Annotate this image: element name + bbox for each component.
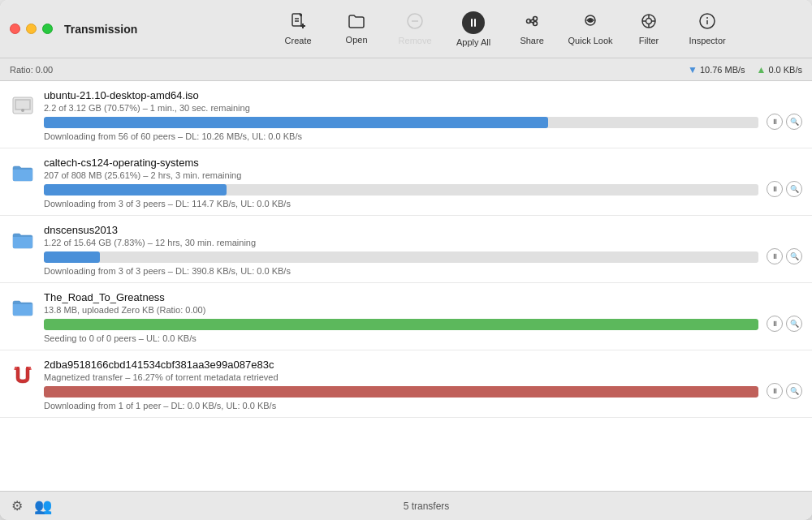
progress-bar-container bbox=[44, 184, 758, 196]
svg-point-12 bbox=[533, 22, 538, 26]
filter-button[interactable]: Filter bbox=[620, 6, 678, 53]
svg-point-15 bbox=[589, 19, 592, 22]
torrent-info-button[interactable]: 🔍 bbox=[786, 248, 802, 264]
torrent-item[interactable]: dnscensus2013 1.22 of 15.64 GB (7.83%) –… bbox=[0, 216, 812, 283]
torrent-name: The_Road_To_Greatness bbox=[44, 291, 758, 303]
torrent-pause-button[interactable]: ⏸ bbox=[767, 316, 783, 332]
torrent-meta: 1.22 of 15.64 GB (7.83%) – 12 hrs, 30 mi… bbox=[44, 238, 758, 247]
svg-rect-27 bbox=[16, 101, 29, 109]
close-button[interactable] bbox=[10, 24, 20, 34]
ratio-label: Ratio: 0.00 bbox=[10, 65, 688, 75]
remove-button[interactable]: Remove bbox=[386, 6, 444, 53]
download-speed: ▼ 10.76 MB/s bbox=[688, 64, 745, 75]
bottom-bar: ⚙ 👥 5 transfers bbox=[0, 491, 812, 520]
torrent-pause-button[interactable]: ⏸ bbox=[767, 248, 783, 264]
app-title: Transmission bbox=[64, 23, 137, 36]
torrent-status: Downloading from 56 of 60 peers – DL: 10… bbox=[44, 131, 758, 141]
torrent-info-button[interactable]: 🔍 bbox=[786, 114, 802, 130]
progress-bar-fill bbox=[44, 386, 758, 398]
maximize-button[interactable] bbox=[42, 24, 53, 34]
torrent-meta: Magnetized transfer – 16.27% of torrent … bbox=[44, 372, 758, 382]
torrent-actions: ⏸ 🔍 bbox=[767, 89, 802, 130]
share-button[interactable]: Share bbox=[503, 6, 561, 53]
torrent-actions: ⏸ 🔍 bbox=[767, 157, 802, 197]
torrent-info-button[interactable]: 🔍 bbox=[786, 181, 802, 197]
settings-icon[interactable]: ⚙ bbox=[11, 498, 23, 514]
inspector-button[interactable]: Inspector bbox=[678, 6, 736, 53]
apply-all-button[interactable]: Apply All bbox=[444, 6, 503, 53]
torrent-content: caltech-cs124-operating-systems 207 of 8… bbox=[44, 157, 758, 208]
torrent-folder-icon bbox=[10, 294, 36, 320]
minimize-button[interactable] bbox=[26, 24, 37, 34]
torrent-magnet-icon bbox=[10, 362, 36, 388]
remove-label: Remove bbox=[399, 36, 432, 45]
torrent-content: dnscensus2013 1.22 of 15.64 GB (7.83%) –… bbox=[44, 224, 758, 276]
open-icon bbox=[348, 13, 365, 32]
torrent-list: ubuntu-21.10-desktop-amd64.iso 2.2 of 3.… bbox=[0, 81, 812, 491]
inspector-label: Inspector bbox=[689, 36, 725, 45]
torrent-item[interactable]: The_Road_To_Greatness 13.8 MB, uploaded … bbox=[0, 283, 812, 350]
svg-rect-9 bbox=[471, 19, 473, 27]
toolbar: Create Open Remove bbox=[269, 6, 736, 53]
torrent-content: 2dba9518166cbd141534cbf381aa3e99a087e83c… bbox=[44, 359, 758, 410]
torrent-meta: 2.2 of 3.12 GB (70.57%) – 1 min., 30 sec… bbox=[44, 103, 758, 113]
upload-speed-value: 0.0 KB/s bbox=[768, 65, 802, 75]
svg-rect-10 bbox=[474, 19, 476, 27]
bottom-bar-left: ⚙ 👥 bbox=[11, 497, 52, 515]
torrent-pause-button[interactable]: ⏸ bbox=[767, 383, 783, 399]
status-bar: Ratio: 0.00 ▼ 10.76 MB/s ▲ 0.0 KB/s bbox=[0, 58, 812, 81]
progress-bar-fill bbox=[44, 184, 227, 196]
progress-bar-container bbox=[44, 117, 758, 128]
torrent-item[interactable]: 2dba9518166cbd141534cbf381aa3e99a087e83c… bbox=[0, 350, 812, 418]
apply-all-label: Apply All bbox=[456, 37, 490, 47]
torrent-item[interactable]: ubuntu-21.10-desktop-amd64.iso 2.2 of 3.… bbox=[0, 81, 812, 148]
share-label: Share bbox=[520, 36, 543, 45]
create-label: Create bbox=[285, 36, 312, 45]
share-icon bbox=[523, 12, 541, 32]
download-speed-value: 10.76 MB/s bbox=[700, 65, 745, 75]
torrent-info-button[interactable]: 🔍 bbox=[786, 316, 802, 332]
torrent-status: Seeding to 0 of 0 peers – UL: 0.0 KB/s bbox=[44, 333, 758, 343]
torrent-actions: ⏸ 🔍 bbox=[767, 359, 802, 399]
progress-bar-container bbox=[44, 251, 758, 263]
torrent-content: The_Road_To_Greatness 13.8 MB, uploaded … bbox=[44, 291, 758, 343]
quick-look-icon bbox=[581, 12, 599, 32]
download-arrow: ▼ bbox=[688, 64, 698, 75]
apply-all-icon bbox=[462, 11, 485, 34]
torrent-status: Downloading from 3 of 3 peers – DL: 390.… bbox=[44, 266, 758, 276]
progress-bar-fill bbox=[44, 319, 758, 330]
open-button[interactable]: Open bbox=[327, 6, 386, 53]
app-window: Transmission Create bbox=[0, 0, 812, 520]
filter-icon bbox=[640, 12, 658, 32]
torrent-meta: 13.8 MB, uploaded Zero KB (Ratio: 0.00) bbox=[44, 305, 758, 315]
create-icon bbox=[289, 12, 307, 32]
transfer-count: 5 transfers bbox=[52, 501, 801, 512]
quick-look-label: Quick Look bbox=[568, 36, 613, 45]
torrent-actions: ⏸ 🔍 bbox=[767, 291, 802, 332]
torrent-info-button[interactable]: 🔍 bbox=[786, 383, 802, 399]
filter-label: Filter bbox=[639, 36, 659, 45]
group-icon[interactable]: 👥 bbox=[34, 497, 52, 515]
inspector-icon bbox=[698, 12, 716, 32]
svg-point-17 bbox=[646, 19, 652, 24]
torrent-status: Downloading from 1 of 1 peer – DL: 0.0 K… bbox=[44, 401, 758, 410]
torrent-content: ubuntu-21.10-desktop-amd64.iso 2.2 of 3.… bbox=[44, 89, 758, 141]
progress-bar-fill bbox=[44, 117, 548, 128]
torrent-meta: 207 of 808 MB (25.61%) – 2 hrs, 3 min. r… bbox=[44, 170, 758, 180]
create-button[interactable]: Create bbox=[269, 6, 327, 53]
progress-bar-container bbox=[44, 319, 758, 330]
svg-point-28 bbox=[21, 109, 24, 112]
quick-look-button[interactable]: Quick Look bbox=[561, 6, 620, 53]
torrent-actions: ⏸ 🔍 bbox=[767, 224, 802, 264]
progress-bar-fill bbox=[44, 251, 100, 263]
torrent-folder-icon bbox=[10, 160, 36, 186]
torrent-pause-button[interactable]: ⏸ bbox=[767, 181, 783, 197]
speeds: ▼ 10.76 MB/s ▲ 0.0 KB/s bbox=[688, 64, 802, 75]
svg-rect-0 bbox=[292, 14, 301, 26]
torrent-name: dnscensus2013 bbox=[44, 224, 758, 236]
torrent-pause-button[interactable]: ⏸ bbox=[767, 114, 783, 130]
svg-point-11 bbox=[533, 17, 538, 21]
torrent-name: caltech-cs124-operating-systems bbox=[44, 157, 758, 169]
torrent-item[interactable]: caltech-cs124-operating-systems 207 of 8… bbox=[0, 148, 812, 216]
progress-bar-container bbox=[44, 386, 758, 398]
